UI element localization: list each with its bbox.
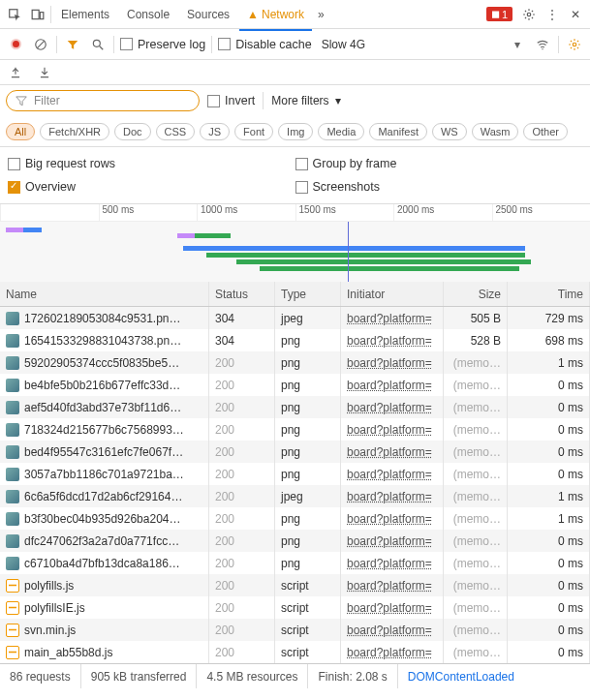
filter-pill-font[interactable]: Font [234, 123, 273, 140]
request-row[interactable]: polyfills.js200scriptboard?platform=(mem… [0, 574, 590, 596]
file-icon [6, 356, 19, 370]
request-size: (memo… [444, 396, 508, 418]
tab-console[interactable]: Console [119, 4, 177, 25]
filter-bar: Filter Invert More filters ▾ [0, 85, 590, 116]
close-devtools-icon[interactable]: ✕ [565, 4, 586, 25]
tab-elements[interactable]: Elements [53, 4, 117, 25]
request-row[interactable]: dfc247062f3a2a7d0a771fcc…200pngboard?pla… [0, 530, 590, 552]
request-size: (memo… [444, 641, 508, 663]
file-icon [6, 646, 19, 659]
request-status: 200 [209, 441, 275, 463]
separator [113, 36, 114, 53]
status-finish: Finish: 2.08 s [308, 664, 397, 688]
disable-cache-checkbox[interactable]: Disable cache [218, 38, 312, 51]
request-status: 200 [209, 574, 275, 596]
request-name: 718324d215677b6c7568993… [24, 423, 184, 437]
filter-pill-manifest[interactable]: Manifest [369, 123, 427, 140]
filter-toggle-icon[interactable] [63, 35, 82, 54]
request-row[interactable]: svn.min.js200scriptboard?platform=(memo…… [0, 619, 590, 641]
request-row[interactable]: 6c6a5f6dcd17d2ab6cf29164…200jpegboard?pl… [0, 485, 590, 507]
request-row[interactable]: b3f30bec04b935d926ba204…200pngboard?plat… [0, 507, 590, 530]
filter-pill-img[interactable]: Img [278, 123, 313, 140]
filter-pill-ws[interactable]: WS [432, 123, 467, 140]
settings-gear-icon[interactable] [518, 4, 540, 25]
request-time: 0 ms [508, 552, 590, 574]
more-tabs-button[interactable]: » [314, 8, 328, 21]
filter-pill-media[interactable]: Media [318, 123, 364, 140]
export-har-icon[interactable] [6, 63, 25, 82]
svg-point-6 [93, 40, 100, 46]
invert-checkbox[interactable]: Invert [207, 94, 255, 107]
request-status: 304 [209, 329, 275, 351]
big-request-rows-checkbox[interactable]: Big request rows [8, 157, 295, 170]
request-initiator: board?platform= [347, 312, 432, 325]
request-time: 0 ms [508, 418, 590, 441]
kebab-menu-icon[interactable]: ⋮ [542, 4, 563, 25]
request-initiator: board?platform= [347, 379, 432, 392]
screenshots-checkbox[interactable]: Screenshots [295, 180, 583, 194]
request-time: 698 ms [508, 329, 590, 351]
preserve-log-checkbox[interactable]: Preserve log [120, 38, 205, 51]
overview-timeline[interactable]: 500 ms1000 ms1500 ms2000 ms2500 ms [0, 204, 590, 282]
request-row[interactable]: 718324d215677b6c7568993…200pngboard?plat… [0, 418, 590, 441]
filter-pill-css[interactable]: CSS [156, 123, 196, 140]
request-row[interactable]: be4bfe5b0b216b677effc33d…200pngboard?pla… [0, 374, 590, 396]
record-button[interactable] [6, 35, 25, 54]
throttling-select[interactable]: Slow 4G [322, 38, 365, 51]
svg-point-8 [542, 47, 543, 48]
request-name: dfc247062f3a2a7d0a771fcc… [24, 534, 179, 548]
request-time: 1 ms [508, 507, 590, 530]
filter-pill-other[interactable]: Other [523, 123, 568, 140]
more-filters-dropdown[interactable]: More filters ▾ [271, 94, 341, 107]
request-type-filters: AllFetch/XHRDocCSSJSFontImgMediaManifest… [0, 116, 590, 147]
network-conditions-icon[interactable] [533, 35, 552, 54]
request-row[interactable]: 16541533298831043738.pn…304pngboard?plat… [0, 329, 590, 351]
request-name: svn.min.js [24, 624, 76, 637]
tab-network[interactable]: ▲Network [239, 4, 312, 25]
network-settings-icon[interactable] [565, 35, 584, 54]
import-har-icon[interactable] [35, 63, 54, 82]
clear-button[interactable] [31, 35, 50, 54]
filter-pill-fetchxhr[interactable]: Fetch/XHR [40, 123, 109, 140]
request-initiator: board?platform= [347, 624, 432, 637]
request-status: 200 [209, 463, 275, 485]
throttling-dropdown-icon[interactable]: ▾ [508, 35, 527, 54]
filter-pill-all[interactable]: All [6, 123, 35, 140]
request-time: 0 ms [508, 530, 590, 552]
request-initiator: board?platform= [347, 445, 432, 459]
request-size: (memo… [444, 596, 508, 619]
tab-sources[interactable]: Sources [179, 4, 237, 25]
request-size: (memo… [444, 418, 508, 441]
filter-pill-wasm[interactable]: Wasm [472, 123, 519, 140]
request-size: (memo… [444, 507, 508, 530]
filter-input[interactable]: Filter [6, 90, 200, 111]
request-size: (memo… [444, 485, 508, 507]
error-count-badge[interactable]: ◼1 [486, 7, 512, 21]
request-name: 59202905374ccc5f0835be5… [24, 356, 179, 370]
request-row[interactable]: aef5d40fd3abd37e73bf11d6…200pngboard?pla… [0, 396, 590, 418]
request-row[interactable]: 172602189053084c9531.pn…304jpegboard?pla… [0, 307, 590, 329]
search-icon[interactable] [88, 35, 108, 54]
request-row[interactable]: 3057a7bb1186c701a9721ba…200pngboard?plat… [0, 463, 590, 485]
separator [56, 36, 57, 53]
status-domcontentloaded[interactable]: DOMContentLoaded [398, 664, 524, 688]
filter-pill-js[interactable]: JS [200, 123, 230, 140]
device-toolbar-icon[interactable] [27, 4, 48, 25]
request-status: 200 [209, 396, 275, 418]
request-row[interactable]: bed4f95547c3161efc7fe067f…200pngboard?pl… [0, 441, 590, 463]
request-status: 200 [209, 507, 275, 530]
request-status: 200 [209, 641, 275, 663]
request-name: polyfills.js [24, 579, 74, 593]
table-header[interactable]: Name Status Type Initiator Size Time [0, 282, 590, 307]
request-type: png [275, 441, 341, 463]
timeline-tick: 500 ms [99, 204, 198, 221]
request-row[interactable]: c6710ba4d7bfb13dca8a186…200pngboard?plat… [0, 552, 590, 574]
filter-pill-doc[interactable]: Doc [114, 123, 151, 140]
request-row[interactable]: main_ab55b8d.js200scriptboard?platform=(… [0, 641, 590, 663]
overview-checkbox[interactable]: Overview [8, 180, 295, 194]
request-row[interactable]: 59202905374ccc5f0835be5…200pngboard?plat… [0, 351, 590, 374]
group-by-frame-checkbox[interactable]: Group by frame [295, 157, 583, 170]
request-row[interactable]: polyfillsIE.js200scriptboard?platform=(m… [0, 596, 590, 619]
inspect-icon[interactable] [4, 4, 25, 25]
view-options: Big request rows Overview Group by frame… [0, 147, 590, 204]
